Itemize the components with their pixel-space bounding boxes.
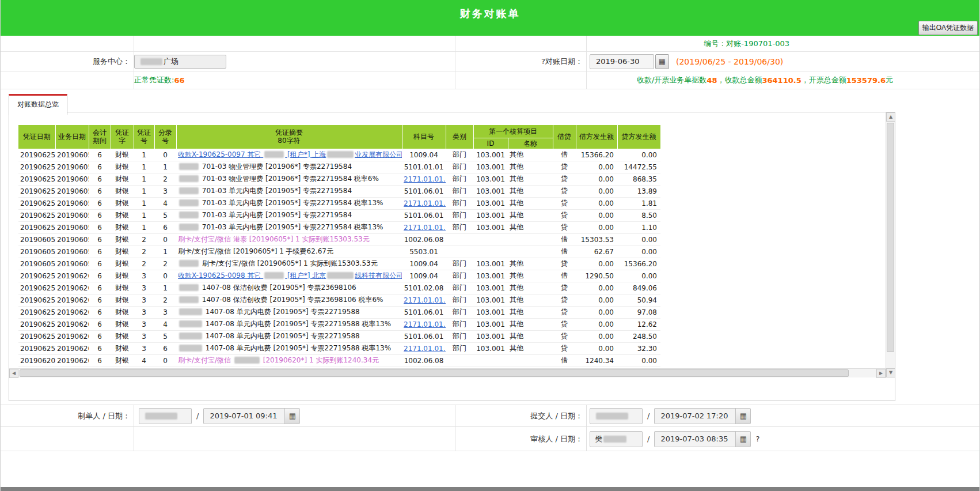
header-credit: 贷方发生额 [617, 125, 660, 149]
voucher-no-cell: 1 [134, 209, 154, 221]
scroll-up-icon[interactable]: ▲ [886, 112, 895, 122]
tab-reconciliation-overview[interactable]: 对账数据总览 [9, 94, 67, 115]
service-center-value: 广场 [164, 56, 178, 67]
vertical-scrollbar[interactable]: ▲ ▼ [886, 112, 895, 377]
slash-separator: / [647, 411, 649, 420]
debit-cell: 0.00 [576, 209, 617, 221]
submit-date-input[interactable]: 2019-07-02 17:20 ▦ [654, 408, 751, 424]
scroll-left-icon[interactable]: ◀ [9, 369, 18, 378]
header-first-project: 第一个核算项目 [473, 125, 553, 138]
header-dc: 借贷 [553, 125, 576, 149]
voucher-word-cell: 财银 [111, 294, 134, 306]
business-date-cell: 20190605 [55, 185, 89, 197]
voucher-word-cell: 财银 [111, 354, 134, 367]
project-id-cell: 103.001 [473, 185, 508, 197]
voucher-no-cell: 3 [134, 270, 154, 282]
business-date-cell: 20190605 [55, 221, 89, 233]
subject-no-cell[interactable]: 2171.01.01.13 [402, 342, 446, 354]
credit-cell: 0.00 [617, 149, 660, 161]
debit-cell: 15366.20 [576, 149, 617, 161]
calendar-icon[interactable]: ▦ [735, 409, 750, 424]
business-date-cell: 20190605 [55, 197, 89, 209]
table-row: 20190605 20190605 6 财银 2 0 刷卡/支付宝/微信 港泰 … [18, 233, 660, 246]
submitter-cell: / 2019-07-02 17:20 ▦ [587, 405, 979, 427]
voucher-word-cell: 财银 [111, 258, 134, 270]
subject-no-cell[interactable]: 2171.01.01.13 [402, 221, 446, 233]
business-date-cell: 20190605 [55, 258, 89, 270]
project-name-cell: 其他 [508, 258, 553, 270]
business-date-cell: 20190620 [55, 342, 89, 354]
summary-cell: 1407-08 保洁创收费 [201905*] 专票23698106 [176, 282, 402, 294]
redacted-text [179, 224, 199, 231]
header-period: 会计期间 [89, 125, 111, 149]
table-row: 20190625 20190620 6 财银 3 1 1407-08 保洁创收费… [18, 282, 660, 294]
subject-no-cell[interactable]: 2171.01.01.06 [402, 294, 446, 306]
summary-cell: 1407-08 单元内电费 [201905*] 专票22719588 税率13% [176, 342, 402, 354]
project-name-cell [508, 233, 553, 246]
redacted-text [234, 357, 260, 364]
voucher-date-cell: 20190620 [18, 354, 55, 367]
vertical-scroll-thumb[interactable] [887, 123, 894, 352]
horizontal-scrollbar[interactable]: ◀ ▶ [9, 368, 886, 377]
voucher-date-cell: 20190625 [18, 173, 55, 185]
voucher-date-cell: 20190625 [18, 161, 55, 173]
voucher-word-cell: 财银 [111, 185, 134, 197]
project-id-cell: 103.001 [473, 197, 508, 209]
subject-no-cell[interactable]: 2171.01.01.13 [402, 197, 446, 209]
voucher-no-cell: 1 [134, 221, 154, 233]
dc-cell: 贷 [553, 318, 576, 330]
summary-cell: 刷卡/支付宝/微信 [20190620*] 1 实际到账1240.34元 [176, 354, 402, 367]
voucher-word-cell: 财银 [111, 330, 134, 342]
audit-date-input[interactable]: 2019-07-03 08:35 ▦ [654, 431, 751, 447]
reconcile-date-cell: 2019-06-30 ▦ (2019/06/25 - 2019/06/30) [587, 52, 979, 71]
calendar-icon[interactable]: ▦ [735, 432, 750, 447]
voucher-word-cell: 财银 [111, 221, 134, 233]
calendar-icon[interactable]: ▦ [284, 409, 299, 424]
auditor-name-input[interactable]: 樊 [590, 431, 643, 447]
submitter-name-input[interactable] [590, 408, 643, 424]
redacted-text [179, 296, 199, 303]
voucher-date-cell: 20190625 [18, 209, 55, 221]
entry-no-cell: 2 [154, 258, 176, 270]
business-date-cell: 20190620 [55, 270, 89, 282]
summary-cell[interactable]: 收款X-190625-0097 其它 [租户*] 上海业发展有限公司 [176, 149, 402, 161]
voucher-date-cell: 20190625 [18, 185, 55, 197]
reconcile-date-label: ?对账日期： [455, 52, 587, 71]
subject-no-cell: 5101.02.08 [402, 282, 446, 294]
voucher-no-cell: 3 [134, 294, 154, 306]
entry-no-cell: 2 [154, 294, 176, 306]
maker-cell: / 2019-07-01 09:41 ▦ [134, 405, 455, 427]
dc-cell: 贷 [553, 342, 576, 354]
category-cell [446, 246, 473, 258]
maker-label: 制单人 / 日期： [1, 405, 134, 427]
voucher-no-cell: 2 [134, 233, 154, 246]
summary-cell[interactable]: 收款X-190625-0098 其它 [租户*] 北京线科技有限公司 [176, 270, 402, 282]
scroll-right-icon[interactable]: ▶ [876, 369, 886, 378]
maker-date-input[interactable]: 2019-07-01 09:41 ▦ [203, 408, 300, 424]
project-id-cell: 103.001 [473, 294, 508, 306]
maker-name-input[interactable] [139, 408, 192, 424]
horizontal-scroll-thumb[interactable] [20, 369, 849, 377]
project-name-cell: 其他 [508, 197, 553, 209]
scroll-down-icon[interactable]: ▼ [886, 368, 895, 377]
project-id-cell: 103.001 [473, 209, 508, 221]
subject-no-cell[interactable]: 2171.01.01.13 [402, 318, 446, 330]
subject-no-cell[interactable]: 2171.01.01.06 [402, 173, 446, 185]
footer-cell-empty [1, 427, 134, 451]
project-name-cell: 其他 [508, 282, 553, 294]
reconcile-date-input[interactable]: 2019-06-30 [590, 54, 654, 69]
voucher-date-cell: 20190625 [18, 318, 55, 330]
voucher-word-cell: 财银 [111, 282, 134, 294]
voucher-no-cell: 3 [134, 330, 154, 342]
project-id-cell: 103.001 [473, 270, 508, 282]
doc-number: 编号：对账-190701-003 [587, 36, 979, 52]
calendar-icon[interactable]: ▦ [655, 54, 669, 69]
redacted-text [179, 320, 202, 327]
credit-cell: 97.08 [617, 306, 660, 318]
table-row: 20190625 20190605 6 财银 1 2 701-03 物业管理费 … [18, 173, 660, 185]
voucher-date-cell: 20190625 [18, 221, 55, 233]
dc-cell: 贷 [553, 161, 576, 173]
export-oa-voucher-button[interactable]: 输出OA凭证数据 [918, 21, 978, 35]
entry-no-cell: 6 [154, 342, 176, 354]
service-center-input[interactable]: 广场 [134, 55, 226, 69]
